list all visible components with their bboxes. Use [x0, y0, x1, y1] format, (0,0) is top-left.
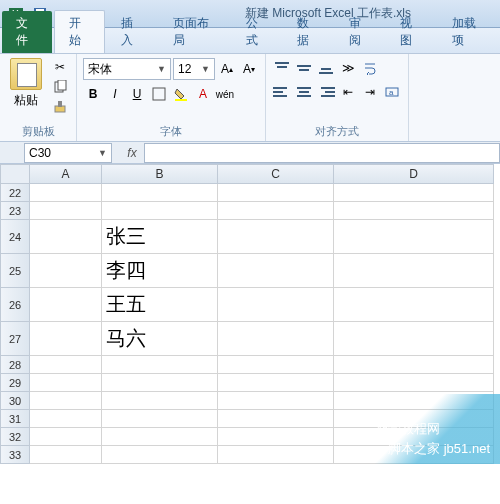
cell[interactable]: [30, 184, 102, 202]
font-color-icon[interactable]: A: [193, 84, 213, 104]
cell[interactable]: [30, 202, 102, 220]
cell[interactable]: [102, 202, 218, 220]
tab-layout[interactable]: 页面布局: [159, 11, 230, 53]
row-header[interactable]: 30: [0, 392, 30, 410]
tab-formula[interactable]: 公式: [232, 11, 282, 53]
cell[interactable]: [102, 184, 218, 202]
cell[interactable]: [30, 446, 102, 464]
row-header[interactable]: 26: [0, 288, 30, 322]
cell[interactable]: [30, 356, 102, 374]
tab-review[interactable]: 审阅: [335, 11, 385, 53]
tab-insert[interactable]: 插入: [107, 11, 157, 53]
cell[interactable]: [30, 428, 102, 446]
cell[interactable]: 李四: [102, 254, 218, 288]
align-right-icon[interactable]: [316, 82, 336, 102]
cell[interactable]: [334, 220, 494, 254]
cell[interactable]: [102, 446, 218, 464]
tab-home[interactable]: 开始: [54, 10, 106, 53]
cell[interactable]: [218, 322, 334, 356]
row-header[interactable]: 24: [0, 220, 30, 254]
cell[interactable]: 王五: [102, 288, 218, 322]
cell[interactable]: [218, 446, 334, 464]
cell[interactable]: [30, 322, 102, 356]
row-header[interactable]: 23: [0, 202, 30, 220]
row-header[interactable]: 27: [0, 322, 30, 356]
cell[interactable]: [30, 288, 102, 322]
decrease-indent-icon[interactable]: ⇤: [338, 82, 358, 102]
tab-data[interactable]: 数据: [283, 11, 333, 53]
formula-bar[interactable]: [144, 143, 500, 163]
cell[interactable]: [102, 410, 218, 428]
cell[interactable]: [334, 356, 494, 374]
watermark-tag: 智学教程网: [375, 420, 440, 438]
copy-icon[interactable]: [50, 78, 70, 96]
cell[interactable]: 张三: [102, 220, 218, 254]
col-header-c[interactable]: C: [218, 164, 334, 184]
select-all-corner[interactable]: [0, 164, 30, 184]
cell[interactable]: [102, 374, 218, 392]
tab-addin[interactable]: 加载项: [438, 11, 498, 53]
cell[interactable]: 马六: [102, 322, 218, 356]
row-header[interactable]: 29: [0, 374, 30, 392]
format-painter-icon[interactable]: [50, 98, 70, 116]
cell[interactable]: [30, 410, 102, 428]
row-header[interactable]: 22: [0, 184, 30, 202]
cell[interactable]: [334, 288, 494, 322]
decrease-font-icon[interactable]: A▾: [239, 59, 259, 79]
cell[interactable]: [218, 254, 334, 288]
fx-icon[interactable]: fx: [120, 146, 144, 160]
cell[interactable]: [334, 322, 494, 356]
row-header[interactable]: 28: [0, 356, 30, 374]
cell[interactable]: [30, 374, 102, 392]
col-header-b[interactable]: B: [102, 164, 218, 184]
increase-indent-icon[interactable]: ⇥: [360, 82, 380, 102]
align-top-icon[interactable]: [272, 58, 292, 78]
underline-button[interactable]: U: [127, 84, 147, 104]
tab-file[interactable]: 文件: [2, 11, 52, 53]
cell[interactable]: [334, 254, 494, 288]
cell[interactable]: [218, 428, 334, 446]
row-header[interactable]: 32: [0, 428, 30, 446]
font-size-combo[interactable]: 12▼: [173, 58, 215, 80]
paste-button[interactable]: 粘贴: [6, 58, 46, 122]
fill-color-icon[interactable]: [171, 84, 191, 104]
cell[interactable]: [102, 428, 218, 446]
cell[interactable]: [218, 374, 334, 392]
row-header[interactable]: 33: [0, 446, 30, 464]
col-header-a[interactable]: A: [30, 164, 102, 184]
cell[interactable]: [102, 356, 218, 374]
merge-center-icon[interactable]: a: [382, 82, 402, 102]
cell[interactable]: [218, 356, 334, 374]
name-box[interactable]: C30▼: [24, 143, 112, 163]
cell[interactable]: [218, 410, 334, 428]
font-name-combo[interactable]: 宋体▼: [83, 58, 171, 80]
bold-button[interactable]: B: [83, 84, 103, 104]
cell[interactable]: [30, 220, 102, 254]
cell[interactable]: [334, 374, 494, 392]
cell[interactable]: [218, 220, 334, 254]
col-header-d[interactable]: D: [334, 164, 494, 184]
row-header[interactable]: 25: [0, 254, 30, 288]
cell[interactable]: [334, 202, 494, 220]
row-header[interactable]: 31: [0, 410, 30, 428]
cell[interactable]: [30, 392, 102, 410]
cell[interactable]: [102, 392, 218, 410]
increase-font-icon[interactable]: A▴: [217, 59, 237, 79]
orientation-icon[interactable]: ≫: [338, 58, 358, 78]
cell[interactable]: [218, 184, 334, 202]
cell[interactable]: [218, 392, 334, 410]
cell[interactable]: [218, 288, 334, 322]
align-bottom-icon[interactable]: [316, 58, 336, 78]
align-left-icon[interactable]: [272, 82, 292, 102]
cut-icon[interactable]: ✂: [50, 58, 70, 76]
align-center-icon[interactable]: [294, 82, 314, 102]
cell[interactable]: [30, 254, 102, 288]
italic-button[interactable]: I: [105, 84, 125, 104]
cell[interactable]: [334, 184, 494, 202]
align-middle-icon[interactable]: [294, 58, 314, 78]
tab-view[interactable]: 视图: [386, 11, 436, 53]
phonetic-icon[interactable]: wén: [215, 84, 235, 104]
border-icon[interactable]: [149, 84, 169, 104]
cell[interactable]: [218, 202, 334, 220]
wrap-text-icon[interactable]: [360, 58, 380, 78]
